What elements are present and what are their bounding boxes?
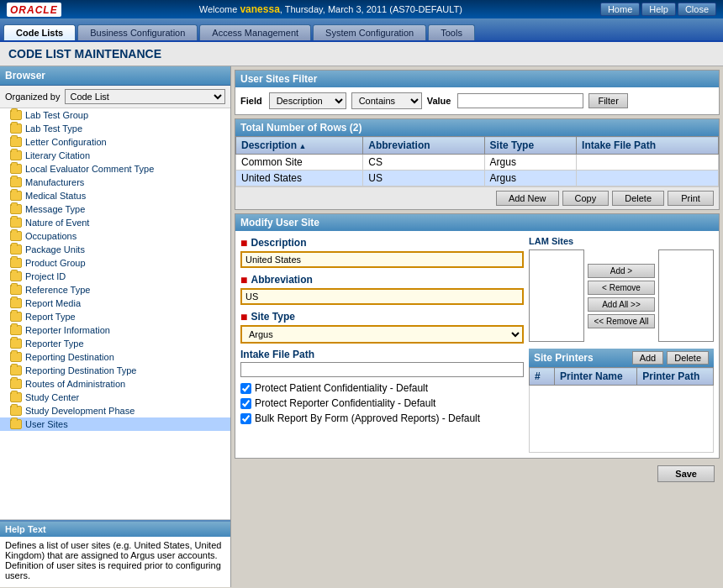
folder-icon <box>10 110 22 120</box>
protect-patient-label: Protect Patient Confidentiality - Defaul… <box>255 382 428 394</box>
folder-icon <box>10 137 22 147</box>
col-site-type[interactable]: Site Type <box>484 137 576 155</box>
site-printers-header: Site Printers Add Delete <box>529 349 714 367</box>
lam-container: Add > < Remove Add All >> << Remove All <box>529 249 714 342</box>
list-item-user-sites[interactable]: User Sites <box>0 417 230 431</box>
tab-business-config[interactable]: Business Configuration <box>77 24 198 40</box>
list-item[interactable]: Letter Configuration <box>0 135 230 149</box>
tab-access-management[interactable]: Access Management <box>199 24 311 40</box>
folder-icon <box>10 285 22 295</box>
main-nav: Code Lists Business Configuration Access… <box>0 18 723 42</box>
checkbox-row-3: Bulk Report By Form (Approved Reports) -… <box>240 412 524 424</box>
description-input[interactable] <box>240 251 524 268</box>
list-item[interactable]: Report Media <box>0 297 230 310</box>
tab-code-lists[interactable]: Code Lists <box>3 24 76 40</box>
value-label: Value <box>427 96 451 106</box>
list-item[interactable]: Lab Test Group <box>0 108 230 122</box>
tab-tools[interactable]: Tools <box>428 24 475 40</box>
abbreviation-input[interactable] <box>240 288 524 305</box>
cell-intake <box>577 155 719 171</box>
site-printers-title: Site Printers <box>534 352 594 364</box>
list-item[interactable]: Reporter Information <box>0 323 230 337</box>
col-description[interactable]: Description <box>236 137 363 155</box>
list-item[interactable]: Package Units <box>0 243 230 256</box>
list-item[interactable]: Reference Type <box>0 283 230 297</box>
delete-button[interactable]: Delete <box>612 191 664 206</box>
help-button[interactable]: Help <box>641 3 676 16</box>
table-row[interactable]: Common Site CS Argus <box>236 155 719 171</box>
col-printer-name: Printer Name <box>555 368 637 386</box>
filter-button[interactable]: Filter <box>588 93 627 108</box>
folder-icon <box>10 244 22 255</box>
home-button[interactable]: Home <box>600 3 640 16</box>
col-abbreviation[interactable]: Abbreviation <box>363 137 484 155</box>
organized-by-select[interactable]: Code List <box>65 89 225 104</box>
lam-list-right[interactable] <box>658 249 714 342</box>
col-hash: # <box>530 368 555 386</box>
condition-select[interactable]: Contains Starts With Equals <box>351 92 422 109</box>
table-row-selected[interactable]: United States US Argus <box>236 171 719 186</box>
required-icon: ■ <box>240 236 247 249</box>
site-type-select[interactable]: Argus Other <box>240 325 524 344</box>
add-lam-button[interactable]: Add > <box>588 264 654 278</box>
folder-icon <box>10 419 22 429</box>
tab-system-config[interactable]: System Configuration <box>313 24 426 40</box>
main-content: Browser Organized by Code List Lab Test … <box>0 66 723 587</box>
modify-panel-body: ■ Description ■ Abbreviation <box>235 231 719 458</box>
list-item[interactable]: Literary Citation <box>0 149 230 162</box>
row-count-header: Total Number of Rows (2) <box>235 119 719 136</box>
folder-icon <box>10 258 22 268</box>
lam-list-left[interactable] <box>529 249 584 342</box>
remove-all-lam-button[interactable]: << Remove All <box>588 314 654 328</box>
field-select[interactable]: Description Abbreviation Site Type <box>269 92 346 109</box>
list-item[interactable]: Reporter Type <box>0 337 230 350</box>
list-item[interactable]: Medical Status <box>0 189 230 202</box>
cell-hash <box>530 386 714 453</box>
help-text-header: Help Text <box>0 522 230 537</box>
modify-panel: Modify User Site ■ Description <box>235 213 720 459</box>
organized-by-label: Organized by <box>5 92 60 102</box>
welcome-user: vanessa <box>240 3 279 15</box>
cell-site-type: Argus <box>484 171 576 186</box>
filter-value-input[interactable] <box>457 93 583 108</box>
save-button[interactable]: Save <box>657 465 715 482</box>
list-item[interactable]: Reporting Destination Type <box>0 364 230 377</box>
add-new-button[interactable]: Add New <box>496 191 559 206</box>
intake-input[interactable] <box>240 362 524 377</box>
table-panel: Total Number of Rows (2) Description Abb… <box>235 118 720 210</box>
list-item[interactable]: Product Group <box>0 256 230 270</box>
list-item[interactable]: Lab Test Type <box>0 122 230 135</box>
bulk-report-checkbox[interactable] <box>240 413 251 424</box>
list-item[interactable]: Reporting Destination <box>0 350 230 364</box>
protect-reporter-checkbox[interactable] <box>240 398 251 409</box>
close-button[interactable]: Close <box>678 3 716 16</box>
list-item[interactable]: Study Development Phase <box>0 404 230 417</box>
add-all-lam-button[interactable]: Add All >> <box>588 297 654 312</box>
print-button[interactable]: Print <box>668 191 714 206</box>
delete-printer-button[interactable]: Delete <box>667 351 709 365</box>
description-label: ■ Description <box>240 236 524 249</box>
list-item[interactable]: Report Type <box>0 310 230 323</box>
list-item[interactable]: Nature of Event <box>0 216 230 229</box>
action-buttons: Add New Copy Delete Print <box>235 186 719 209</box>
welcome-text: Welcome vanessa, Thursday, March 3, 2011… <box>61 3 600 15</box>
col-intake-file-path[interactable]: Intake File Path <box>577 137 719 155</box>
list-item[interactable]: Manufacturers <box>0 176 230 189</box>
list-item[interactable]: Study Center <box>0 391 230 404</box>
folder-icon <box>10 191 22 201</box>
copy-button[interactable]: Copy <box>562 191 610 206</box>
filter-panel-header: User Sites Filter <box>235 71 719 87</box>
list-item[interactable]: Message Type <box>0 202 230 216</box>
protect-patient-checkbox[interactable] <box>240 383 251 394</box>
remove-lam-button[interactable]: < Remove <box>588 281 654 295</box>
top-header: ORACLE Welcome vanessa, Thursday, March … <box>0 0 723 18</box>
list-item[interactable]: Project ID <box>0 270 230 283</box>
required-icon: ■ <box>240 273 247 286</box>
abbreviation-label: ■ Abbreviation <box>240 273 524 286</box>
add-printer-button[interactable]: Add <box>632 351 664 365</box>
checkbox-row-1: Protect Patient Confidentiality - Defaul… <box>240 382 524 394</box>
list-item[interactable]: Routes of Administration <box>0 377 230 391</box>
cell-intake <box>577 171 719 186</box>
list-item[interactable]: Local Evaluator Comment Type <box>0 162 230 176</box>
list-item[interactable]: Occupations <box>0 229 230 243</box>
